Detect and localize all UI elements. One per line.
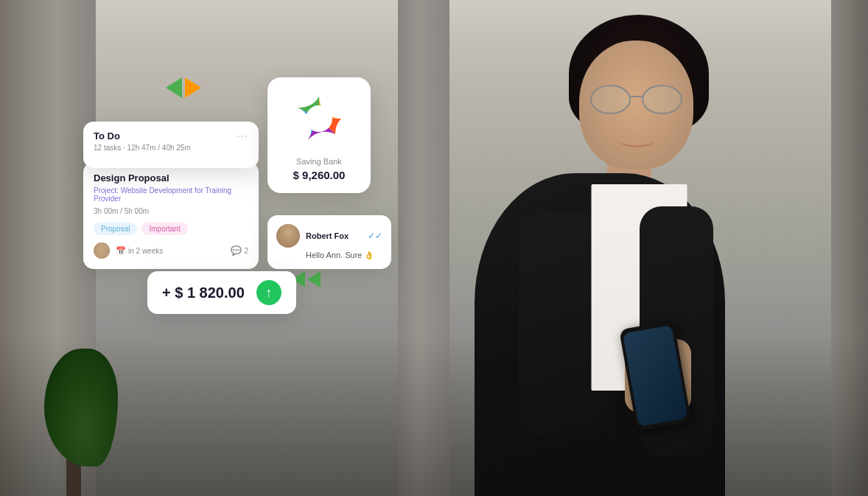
card-task[interactable]: Design Proposal Project: Website Develop… [83, 162, 259, 269]
card-todo-title: To Do [94, 130, 120, 142]
task-time: 3h 00m / 5h 00m [94, 207, 248, 215]
task-title: Design Proposal [94, 172, 248, 184]
task-comments: 💬 2 [231, 245, 248, 256]
comment-count: 2 [244, 247, 248, 255]
balance-up-button[interactable] [256, 280, 281, 305]
avatar-face [94, 242, 110, 259]
person [404, 0, 846, 496]
plant-leaves [44, 349, 118, 467]
tag-important[interactable]: Important [141, 223, 187, 235]
balance-value: $ 1 820.00 [175, 284, 245, 301]
sender-name: Robert Fox [306, 231, 349, 240]
card-todo-header: To Do ⋯ [94, 130, 248, 142]
card-bank[interactable]: Saving Bank $ 9,260.00 [267, 77, 371, 193]
message-text: Hello Ann. Sure 👌 [276, 251, 382, 260]
donut-chart [290, 89, 349, 148]
message-header: Robert Fox ✓✓ [276, 224, 382, 248]
card-message[interactable]: Robert Fox ✓✓ Hello Ann. Sure 👌 [267, 215, 391, 269]
task-project: Project: Website Development for Trainin… [94, 186, 248, 203]
bank-amount: $ 9,260.00 [278, 169, 360, 181]
person-smile [618, 133, 655, 147]
task-assignee-avatar [94, 242, 110, 259]
avatar-inner [276, 224, 300, 248]
task-footer-left: in 2 weeks [94, 242, 163, 259]
person-face [579, 41, 693, 170]
card-todo-meta: 12 tasks · 12h 47m / 40h 25m [94, 144, 248, 152]
message-read-check: ✓✓ [368, 231, 382, 241]
sender-name-block: Robert Fox [306, 231, 349, 240]
tag-proposal[interactable]: Proposal [94, 223, 137, 235]
donut-svg [290, 89, 349, 148]
task-footer: in 2 weeks 💬 2 [94, 242, 248, 259]
task-calendar-icon: in 2 weeks [116, 246, 163, 256]
donut-hole [306, 105, 332, 132]
card-balance[interactable]: + $ 1 820.00 [147, 271, 296, 314]
glasses-right [642, 85, 682, 114]
balance-prefix: + [162, 284, 175, 301]
person-glasses [587, 85, 686, 118]
task-due-date: in 2 weeks [128, 247, 163, 255]
glasses-bridge [631, 96, 642, 97]
comment-icon-symbol: 💬 [231, 245, 242, 256]
todo-menu-button[interactable]: ⋯ [237, 130, 248, 142]
sender-avatar [276, 224, 300, 248]
card-todo[interactable]: To Do ⋯ 12 tasks · 12h 47m / 40h 25m [83, 122, 259, 168]
task-tags: Proposal Important [94, 223, 248, 235]
plant [44, 349, 118, 496]
glasses-left [590, 85, 631, 114]
bank-name: Saving Bank [278, 157, 360, 166]
balance-amount: + $ 1 820.00 [162, 284, 245, 301]
